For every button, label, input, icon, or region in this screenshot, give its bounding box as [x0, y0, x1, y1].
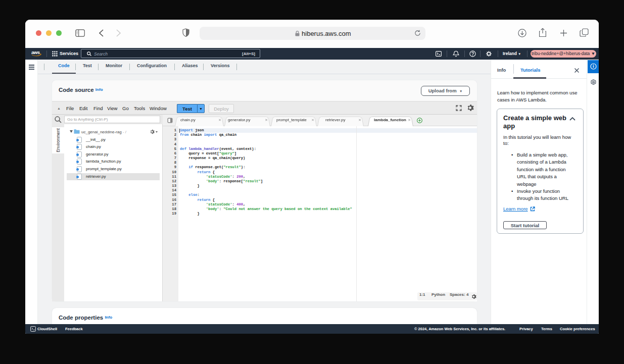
svg-text:aws: aws — [31, 49, 40, 55]
